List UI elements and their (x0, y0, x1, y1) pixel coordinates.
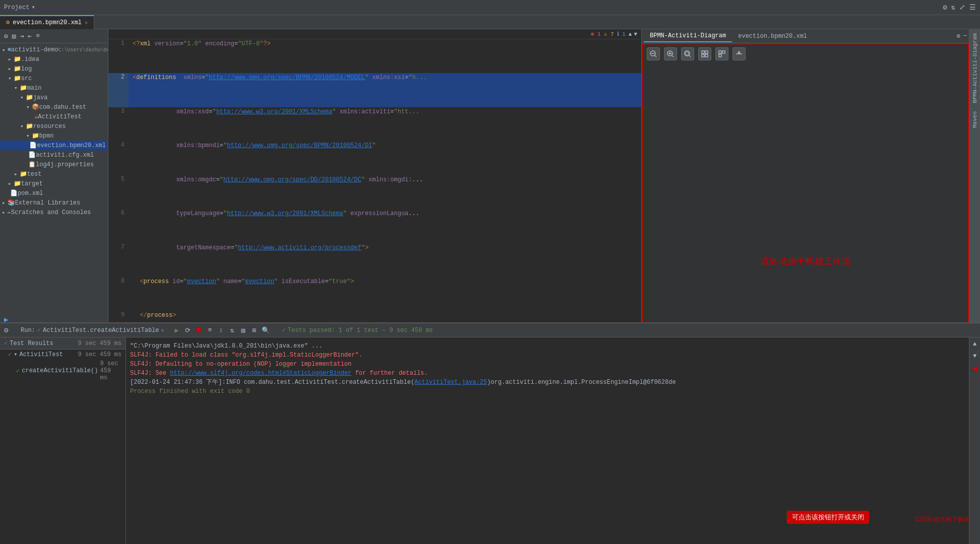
code-line-1: 1 <?xml version="1.0" encoding="UTF-8"?> (108, 39, 641, 73)
maven-sidebar-label[interactable]: Maven (971, 107, 979, 132)
log-line-1: "C:\Program Files\Java\jdk1.8.0_201\bin\… (130, 342, 965, 351)
run-content: ✓ Test Results 9 sec 459 ms ✓ ▾ Activiti… (0, 337, 980, 544)
tree-item-idea[interactable]: ▸ 📁 .idea (0, 54, 108, 64)
tree-item-main[interactable]: ▾ 📁 main (0, 83, 108, 93)
expand-icon[interactable]: ⤢ (959, 3, 965, 12)
tree-project-icon: ■ (8, 46, 11, 53)
settings-icon[interactable]: ⚙ (943, 3, 947, 12)
zoom-out-btn[interactable] (647, 47, 660, 60)
settings-side-icon[interactable]: ⚙ (4, 326, 13, 334)
tree-item-activititest[interactable]: ☕ ActivitiTest (0, 112, 108, 121)
grid-btn[interactable] (715, 47, 728, 60)
sidebar-expand-icon[interactable]: ⇤ (27, 31, 33, 41)
expand-icon-main: ▾ (14, 85, 18, 91)
tree-item-src[interactable]: ▾ 📁 src (0, 74, 108, 83)
bpmn-toggle-icon[interactable]: ◀ (970, 364, 979, 373)
zoom-reset-btn[interactable] (698, 47, 711, 60)
nav-down-icon[interactable]: ▼ (634, 31, 637, 37)
code-line-2: 2 <definitions xmlns="http://www.omg.org… (108, 73, 641, 107)
bpmn-gear-icon[interactable]: ⚙ (957, 32, 960, 40)
run-sidebar-header: ✓ Test Results 9 sec 459 ms (0, 337, 126, 350)
zoom-in-btn[interactable] (664, 47, 677, 60)
tab-close-icon[interactable]: ✕ (85, 20, 88, 26)
suite-check-icon: ✓ (8, 351, 12, 358)
suite-time: 9 sec 459 ms (78, 351, 121, 358)
slf4j-link[interactable]: http://www.slf4j.org/codes.html#StaticLo… (170, 370, 351, 377)
tree-item-target[interactable]: ▸ 📁 target (0, 179, 108, 188)
scroll-up-icon[interactable]: ▲ (970, 339, 979, 349)
run-expand-btn[interactable]: ⇅ (228, 326, 237, 335)
warning-count: ⚠ 7 (604, 31, 614, 37)
tree-item-bpmn[interactable]: ▾ 📁 bpmn (0, 131, 108, 141)
tree-item-log[interactable]: ▸ 📁 log (0, 64, 108, 74)
expand-icon-target: ▸ (8, 180, 12, 187)
sidebar-collapse-icon[interactable]: ⇥ (19, 31, 25, 41)
run-icon[interactable]: ▶ (4, 315, 13, 324)
line-content-5: xmlns:omgdc="http://www.omg.org/spec/DD/… (129, 175, 641, 209)
run-search-btn[interactable]: 🔍 (261, 326, 270, 335)
sidebar-layout-icon[interactable]: ▤ (11, 31, 17, 41)
nav-up-icon[interactable]: ▲ (629, 31, 632, 37)
test-suite-item[interactable]: ✓ ▾ ActivitiTest 9 sec 459 ms (0, 350, 126, 359)
tab-label: ⚙ (6, 19, 10, 26)
tree-item-package[interactable]: ▾ 📦 com.dahu.test (0, 102, 108, 112)
tree-item-cfg-xml[interactable]: 📄 activiti.cfg.xml (0, 150, 108, 160)
svg-rect-11 (705, 51, 708, 53)
run-close-icon[interactable]: ✕ (161, 327, 164, 333)
line-content-6: typeLanguage="http://www.w3.org/2001/XML… (129, 209, 641, 243)
run-test-sidebar: ✓ Test Results 9 sec 459 ms ✓ ▾ Activiti… (0, 337, 126, 544)
line-content-4: xmlns:bpmndi="http://www.omg.org/spec/BP… (129, 141, 641, 175)
tree-item-java[interactable]: ▾ 📁 java (0, 93, 108, 102)
tree-label: com.dahu.test (39, 104, 87, 111)
line-num-1: 1 (108, 39, 129, 73)
line-num-8: 8 (108, 277, 129, 311)
sidebar-settings-icon[interactable]: ⚙ (3, 31, 9, 41)
bpmn-sidebar-label[interactable]: BPMN-Activiti-Diagram (971, 29, 979, 107)
bpmn-minimize-icon[interactable]: — (963, 32, 967, 40)
tree-item-log4j[interactable]: 📋 log4j.properties (0, 160, 108, 169)
tab-evection-bpmn[interactable]: ⚙ evection.bpmn20.xml ✕ (0, 15, 94, 29)
svg-line-2 (655, 55, 656, 57)
test-method-item[interactable]: ✓ createActivitiTable() 9 sec 459 ms (0, 359, 126, 382)
run-sort-btn[interactable]: ↕ (217, 326, 226, 335)
line-content-3: xmlns:xsd="http://www.w3.org/2001/XMLSch… (129, 107, 641, 141)
tree-item-test[interactable]: ▸ 📁 test (0, 169, 108, 179)
expand-icon-package: ▾ (26, 104, 30, 110)
run-play-btn[interactable]: ▶ (172, 326, 181, 335)
sidebar-sort-icon[interactable]: ≡ (35, 31, 41, 41)
snap-btn[interactable] (732, 47, 746, 60)
tree-item-scratches[interactable]: ▸ ✏ Scratches and Consoles (0, 208, 108, 217)
project-menu[interactable]: Project ▾ (4, 4, 35, 11)
project-label: Project (4, 4, 29, 11)
run-list-btn[interactable]: ▤ (239, 326, 248, 335)
folder-icon-test: 📁 (20, 170, 27, 178)
tree-item-resources[interactable]: ▾ 📁 resources (0, 121, 108, 131)
tree-label: src (21, 75, 32, 82)
run-filter-btn[interactable]: ≡ (206, 326, 215, 335)
run-toolbar: ▶ ⟳ ⏹ ≡ ↕ ⇅ ▤ ⊞ 🔍 (172, 326, 270, 335)
svg-rect-15 (722, 51, 725, 53)
log-line-7: Process finished with exit code 0 (130, 387, 965, 396)
line-num-3: 3 (108, 107, 129, 141)
tree-item-external-libs[interactable]: ▸ 📚 External Libraries (0, 198, 108, 208)
run-stop-btn[interactable]: ⏹ (195, 326, 204, 335)
expand-icon-scratches: ▸ (2, 209, 6, 216)
line-content-7: targetNamespace="http://www.activiti.org… (129, 243, 641, 277)
results-label: Test Results (10, 340, 53, 347)
config-icon[interactable]: ☰ (969, 3, 976, 12)
scroll-down-icon[interactable]: ▼ (970, 352, 979, 361)
xml-file-icon: 📄 (29, 142, 37, 149)
run-log[interactable]: "C:\Program Files\Java\jdk1.8.0_201\bin\… (126, 337, 969, 544)
sync-icon[interactable]: ⇅ (951, 3, 955, 12)
activiti-link[interactable]: ActivitiTest.java:25 (414, 379, 487, 386)
tree-item-evection-xml[interactable]: 📄 evection.bpmn20.xml (0, 141, 108, 150)
run-replay-btn[interactable]: ⟳ (183, 326, 193, 335)
run-grid-btn[interactable]: ⊞ (250, 326, 259, 335)
tree-item-pom[interactable]: 📄 pom.xml (0, 188, 108, 198)
bpmn-tab-diagram[interactable]: BPMN-Activiti-Diagram (644, 30, 732, 42)
tree-item-activiti-demo[interactable]: ▾ ■ activiti-demo C:\Users\dashu\Desktop… (0, 45, 108, 54)
folder-icon-resources: 📁 (26, 122, 33, 130)
bpmn-tab-xml[interactable]: evection.bpmn20.xml (732, 31, 813, 42)
zoom-fit-btn[interactable] (681, 47, 694, 60)
expand-icon-idea: ▸ (8, 56, 12, 62)
